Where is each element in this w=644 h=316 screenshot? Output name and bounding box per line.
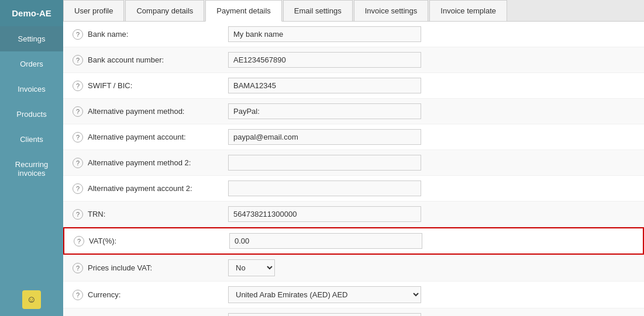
main-content: User profile Company details Payment det… [63,0,644,316]
tab-email-settings[interactable]: Email settings [283,0,353,21]
row-trn: ? TRN: [63,202,644,227]
tab-invoice-template[interactable]: Invoice template [429,0,507,21]
help-icon-currency[interactable]: ? [73,290,83,300]
row-alt-payment-account-2: ? Alternative payment account 2: [63,176,644,202]
input-wrapper-currency: United Arab Emirates (AED) AED [228,286,421,303]
alt-payment-account-2-input[interactable] [228,180,421,196]
label-alt-payment-method: Alternative payment method: [88,107,228,116]
sidebar-brand[interactable]: Demo-AE [0,0,63,26]
sidebar-item-clients[interactable]: Clients [0,127,63,152]
bank-account-input[interactable] [228,52,421,68]
label-trn: TRN: [88,210,228,218]
sidebar-item-products[interactable]: Products [0,102,63,127]
input-wrapper-alt-payment-method-2 [228,155,421,171]
currency-select[interactable]: United Arab Emirates (AED) AED [228,286,421,303]
help-icon-prices-include-vat[interactable]: ? [73,263,83,273]
label-swift: SWIFT / BIC: [88,81,228,90]
sidebar-item-recurring-invoices[interactable]: Recurring invoices [0,152,63,186]
row-bank-account: ? Bank account number: [63,47,644,73]
tabs-bar: User profile Company details Payment det… [63,0,644,22]
label-alt-payment-account: Alternative payment account: [88,133,228,141]
tab-user-profile[interactable]: User profile [63,0,124,21]
label-alt-payment-account-2: Alternative payment account 2: [88,184,228,193]
form-area: ? Bank name: ? Bank account number: ? SW… [63,22,644,316]
sidebar-icon-box: ☺ [0,283,63,316]
bank-name-input[interactable] [228,26,421,42]
help-icon-swift[interactable]: ? [73,81,83,91]
date-format-select[interactable]: United Arab Emirates - dd.mm.yyyy [228,313,421,316]
help-icon-alt-payment-method[interactable]: ? [73,106,83,117]
input-wrapper-date-format: United Arab Emirates - dd.mm.yyyy [228,313,421,316]
row-date-format: ? Date format: United Arab Emirates - dd… [63,308,644,316]
row-prices-include-vat: ? Prices include VAT: No Yes [63,255,644,282]
row-swift: ? SWIFT / BIC: [63,73,644,99]
input-wrapper-alt-payment-method [228,103,421,119]
label-bank-account: Bank account number: [88,55,228,64]
alt-payment-account-input[interactable] [228,129,421,145]
label-currency: Currency: [88,290,228,299]
help-icon-trn[interactable]: ? [73,209,83,220]
help-icon-bank-name[interactable]: ? [73,29,83,40]
input-wrapper-trn [228,206,421,222]
help-icon-alt-payment-method-2[interactable]: ? [73,158,83,168]
input-wrapper-prices-include-vat: No Yes [228,259,421,276]
prices-include-vat-select[interactable]: No Yes [228,259,275,276]
alt-payment-method-2-input[interactable] [228,155,421,171]
label-bank-name: Bank name: [88,30,228,39]
sidebar-bottom: ☺ [0,283,63,316]
trn-input[interactable] [228,206,421,222]
help-icon-bank-account[interactable]: ? [73,55,83,65]
tab-payment-details[interactable]: Payment details [205,0,282,22]
row-alt-payment-method-2: ? Alternative payment method 2: [63,150,644,176]
row-alt-payment-method: ? Alternative payment method: [63,99,644,124]
input-wrapper-vat [229,233,422,249]
input-wrapper-bank-account [228,52,421,68]
help-icon-alt-payment-account-2[interactable]: ? [73,183,83,194]
sidebar-item-orders[interactable]: Orders [0,51,63,77]
row-alt-payment-account: ? Alternative payment account: [63,124,644,150]
swift-input[interactable] [228,78,421,93]
help-icon-alt-payment-account[interactable]: ? [73,132,83,143]
row-vat: ? VAT(%): [63,227,644,255]
user-icon[interactable]: ☺ [22,290,41,309]
tab-company-details[interactable]: Company details [125,0,204,21]
input-wrapper-alt-payment-account [228,129,421,145]
label-alt-payment-method-2: Alternative payment method 2: [88,158,228,167]
help-icon-vat[interactable]: ? [74,236,84,246]
tab-invoice-settings[interactable]: Invoice settings [354,0,429,21]
sidebar-item-settings[interactable]: Settings [0,26,63,51]
input-wrapper-alt-payment-account-2 [228,180,421,196]
label-prices-include-vat: Prices include VAT: [88,263,228,272]
row-currency: ? Currency: United Arab Emirates (AED) A… [63,282,644,308]
sidebar: Demo-AE Settings Orders Invoices Product… [0,0,63,316]
vat-input[interactable] [229,233,422,249]
input-wrapper-bank-name [228,26,421,42]
row-bank-name: ? Bank name: [63,22,644,47]
sidebar-item-invoices[interactable]: Invoices [0,77,63,102]
alt-payment-method-input[interactable] [228,103,421,119]
input-wrapper-swift [228,78,421,93]
label-vat: VAT(%): [89,237,229,245]
